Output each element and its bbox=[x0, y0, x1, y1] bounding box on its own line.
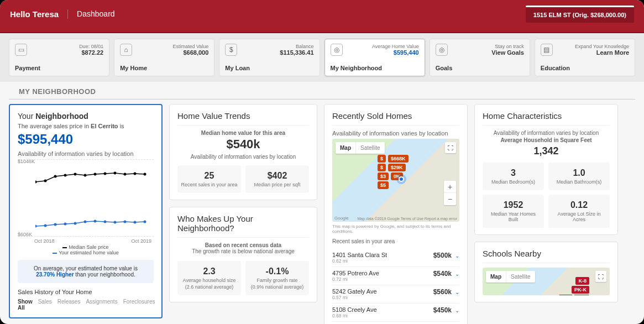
svg-point-17 bbox=[84, 221, 87, 223]
sale-row: 4795 Potrero Ave0.72 mi$540k⌄ bbox=[332, 267, 459, 285]
chart-legend: Median Sale price Your estimated home va… bbox=[18, 244, 154, 255]
card-val: $595,440 bbox=[372, 49, 419, 56]
target-icon: ◎ bbox=[436, 44, 448, 56]
svg-point-1 bbox=[44, 180, 47, 182]
content-grid: Your Neighborhood The average sales pric… bbox=[0, 104, 644, 324]
stat-household-size: 2.3Average household size(2.6 national a… bbox=[177, 261, 241, 295]
chevron-down-icon[interactable]: ⌄ bbox=[455, 307, 459, 313]
card-label: My Home bbox=[120, 65, 208, 71]
home-value-trends-panel: Home Value Trends Median home value for … bbox=[169, 104, 317, 200]
tab-assignments[interactable]: Assignments bbox=[86, 299, 117, 311]
tab-foreclosures[interactable]: Foreclosures bbox=[123, 299, 155, 311]
map-type-toggle: Map Satellite bbox=[336, 142, 385, 154]
svg-point-0 bbox=[35, 181, 37, 184]
who-panel: Who Makes Up Your Neighborhood? Based on… bbox=[169, 207, 317, 302]
yn-avail: Availability of information varies by lo… bbox=[18, 150, 154, 157]
card-val: $115,336.41 bbox=[280, 49, 313, 56]
sale-distance: 0.68 mi bbox=[332, 313, 377, 318]
card-val: $872.22 bbox=[79, 49, 103, 56]
card-my-loan[interactable]: $ Balance$115,336.41 My Loan bbox=[219, 39, 320, 76]
zoom-out-button[interactable]: − bbox=[444, 193, 456, 205]
svg-point-3 bbox=[64, 174, 67, 177]
rsh-title: Recently Sold Homes bbox=[332, 111, 459, 121]
sale-price: $500k bbox=[433, 252, 452, 259]
card-my-neighborhood[interactable]: ◎ Average Home Value$595,440 My Neighbor… bbox=[324, 39, 425, 76]
card-education[interactable]: ▤ Expand Your KnowledgeLearn More Educat… bbox=[535, 39, 635, 76]
card-sub: Balance bbox=[280, 44, 313, 49]
card-sub: Stay on track bbox=[491, 44, 524, 49]
stat-lot-size: 0.12Average Lot Size in Acres bbox=[548, 195, 610, 228]
card-payment[interactable]: ▭ Due: 08/01$872.22 Payment bbox=[9, 39, 109, 76]
sale-row: 1401 Santa Clara St0.62 mi$500k⌄ bbox=[332, 249, 459, 267]
stat-recent-sales: 25Recent sales in your area bbox=[177, 165, 241, 193]
rsh-sub: Availability of information varies by lo… bbox=[332, 130, 459, 137]
recent-sales-label: Recent sales in your area bbox=[332, 238, 459, 244]
card-val: Learn More bbox=[575, 49, 629, 56]
svg-point-2 bbox=[54, 175, 57, 178]
sale-distance: 0.72 mi bbox=[332, 276, 379, 282]
hvt-sub2: Availability of information varies by lo… bbox=[177, 154, 309, 160]
schools-map[interactable]: Map Satellite ⛶ K-8 PK-K K-89-12 bbox=[483, 268, 610, 295]
sale-price: $540k bbox=[433, 270, 452, 278]
tab-sales[interactable]: Sales bbox=[38, 299, 52, 311]
sale-row: 5242 Gately Ave0.57 mi$560k⌄ bbox=[332, 285, 459, 304]
chevron-down-icon[interactable]: ⌄ bbox=[455, 253, 459, 259]
card-goals[interactable]: ◎ Stay on trackView Goals Goals bbox=[430, 39, 530, 76]
greeting: Hello Teresa bbox=[10, 9, 68, 19]
comparison-callout: On average, your estimated home value is… bbox=[18, 260, 154, 283]
svg-point-6 bbox=[94, 173, 97, 176]
map-tab-map[interactable]: Map bbox=[336, 142, 355, 154]
sales-history-title: Sales History of Your Home bbox=[18, 289, 154, 295]
card-label: Goals bbox=[436, 65, 524, 71]
card-sub: Expand Your Knowledge bbox=[575, 44, 629, 49]
map-tab-map[interactable]: Map bbox=[486, 271, 506, 283]
svg-point-22 bbox=[134, 221, 137, 224]
tab-releases[interactable]: Releases bbox=[57, 299, 81, 311]
svg-point-5 bbox=[84, 174, 87, 177]
map-attribution: Map data ©2019 Google Terms of Use Repor… bbox=[357, 217, 457, 221]
card-label: My Loan bbox=[225, 65, 313, 71]
stat-price-sqft: $402Median price per sqft bbox=[245, 165, 309, 193]
fullscreen-icon[interactable]: ⛶ bbox=[595, 271, 606, 282]
svg-point-21 bbox=[124, 221, 127, 223]
yn-avg-price: $595,440 bbox=[18, 132, 154, 147]
svg-point-23 bbox=[144, 221, 146, 223]
card-my-home[interactable]: ⌂ Estimated Value$668,000 My Home bbox=[114, 39, 214, 76]
y-max: $1046K bbox=[18, 159, 35, 164]
recently-sold-panel: Recently Sold Homes Availability of info… bbox=[324, 104, 468, 324]
svg-point-9 bbox=[124, 173, 127, 176]
x-end: Oct 2019 bbox=[131, 238, 151, 244]
sales-history-tabs: Show All Sales Releases Assignments Fore… bbox=[18, 299, 154, 311]
sales-map[interactable]: Map Satellite ⛶ + − $$668K $$29K $30K $5… bbox=[332, 139, 459, 222]
map-pins: $$668K $$29K $30K $5 bbox=[376, 154, 410, 190]
svg-point-4 bbox=[74, 173, 77, 176]
hvt-median: $540k bbox=[177, 137, 309, 151]
zoom-in-button[interactable]: + bbox=[444, 181, 456, 193]
svg-point-11 bbox=[144, 173, 146, 176]
svg-point-12 bbox=[35, 225, 37, 228]
map-zoom: + − bbox=[444, 181, 456, 205]
tab-show-all[interactable]: Show All bbox=[18, 299, 33, 311]
sale-address: 5242 Gately Ave bbox=[332, 288, 377, 295]
who-sub1: Based on recent census data bbox=[177, 242, 309, 248]
sale-price: $560k bbox=[433, 288, 452, 296]
fullscreen-icon[interactable]: ⛶ bbox=[445, 142, 456, 153]
sale-address: 4795 Potrero Ave bbox=[332, 270, 379, 276]
svg-point-20 bbox=[114, 221, 117, 224]
svg-point-19 bbox=[104, 221, 107, 223]
home-characteristics-panel: Home Characteristics Availability of inf… bbox=[474, 104, 618, 235]
map-tab-satellite[interactable]: Satellite bbox=[506, 271, 535, 283]
address-pill[interactable]: 1515 ELM ST (Orig. $268,000.00) bbox=[526, 6, 634, 23]
home-icon: ⌂ bbox=[120, 44, 132, 56]
topbar: Hello Teresa Dashboard 1515 ELM ST (Orig… bbox=[0, 0, 644, 28]
page-title: Dashboard bbox=[68, 9, 115, 18]
accent-bar bbox=[0, 28, 644, 33]
map-tab-satellite[interactable]: Satellite bbox=[355, 142, 385, 154]
card-val: View Goals bbox=[491, 49, 524, 56]
svg-point-10 bbox=[134, 173, 137, 175]
svg-point-8 bbox=[114, 172, 117, 175]
chevron-down-icon[interactable]: ⌄ bbox=[455, 271, 459, 277]
chevron-down-icon[interactable]: ⌄ bbox=[455, 289, 459, 295]
svg-point-15 bbox=[64, 223, 67, 226]
card-sub: Estimated Value bbox=[172, 44, 208, 49]
